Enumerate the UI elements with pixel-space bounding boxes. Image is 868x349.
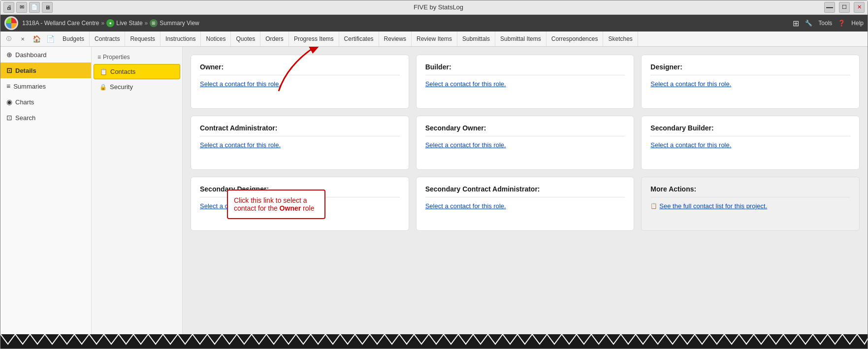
sub-sidebar-title: Properties [103, 54, 130, 61]
role-card-title-designer: Designer: [650, 63, 850, 75]
minimize-button[interactable]: — [824, 2, 835, 13]
role-card-title-secondary-owner: Secondary Owner: [425, 124, 625, 136]
live-state-icon: ● [106, 19, 114, 27]
tab-sketches[interactable]: Sketches [603, 32, 638, 46]
sub-sidebar-icon-security: 🔒 [99, 84, 107, 91]
role-link-contract-admin[interactable]: Select a contact for this role. [200, 141, 281, 149]
sidebar-label-dashboard: Dashboard [15, 51, 47, 59]
role-link-secondary-owner[interactable]: Select a contact for this role. [425, 141, 506, 149]
role-card-secondary-owner: Secondary Owner:Select a contact for thi… [416, 116, 635, 170]
sub-sidebar: ≡ Properties 📋Contacts🔒Security [92, 47, 183, 334]
close-button[interactable]: ✕ [854, 2, 865, 13]
print-icon[interactable]: 🖨 [3, 2, 14, 13]
maximize-button[interactable]: ☐ [839, 2, 850, 13]
role-link-designer[interactable]: Select a contact for this role. [650, 80, 731, 88]
sub-sidebar-label-contacts: Contacts [110, 68, 135, 75]
close-x-icon[interactable]: ✕ [16, 32, 29, 45]
sub-sidebar-item-contacts[interactable]: 📋Contacts [94, 64, 180, 79]
role-card-contract-admin: Contract Administrator:Select a contact … [191, 116, 409, 170]
role-card-builder: Builder:Select a contact for this role. [416, 55, 635, 109]
properties-list-icon: ≡ [97, 54, 101, 61]
role-link-secondary-contract-admin[interactable]: Select a contact for this role. [425, 202, 506, 210]
sub-sidebar-header: ≡ Properties [92, 51, 182, 63]
tab-orders[interactable]: Orders [260, 32, 289, 46]
sidebar-label-details: Details [15, 67, 36, 74]
sidebar: ⊕Dashboard⊡Details≡Summaries◉Charts⊡Sear… [0, 47, 92, 334]
sidebar-item-search[interactable]: ⊡Search [0, 110, 91, 126]
sidebar-icon-charts: ◉ [6, 98, 12, 106]
pdf-icon[interactable]: 📄 [29, 2, 40, 13]
help-icon: ❓ [838, 20, 845, 27]
sidebar-icon-details: ⊡ [6, 66, 12, 74]
role-card-secondary-builder: Secondary Builder:Select a contact for t… [641, 116, 860, 170]
sub-sidebar-item-security[interactable]: 🔒Security [94, 80, 180, 94]
email-icon[interactable]: ✉ [16, 2, 27, 13]
help-label[interactable]: Help [851, 20, 864, 27]
sidebar-label-charts: Charts [15, 98, 34, 106]
tab-correspondences[interactable]: Correspondences [547, 32, 604, 46]
breadcrumb: 1318A - Welland Care Centre » ● Live Sta… [22, 19, 199, 27]
sub-sidebar-label-security: Security [110, 83, 133, 91]
sub-sidebar-icon-contacts: 📋 [100, 68, 107, 75]
tools-icon: 🔧 [805, 20, 812, 27]
role-card-title-secondary-contract-admin: Secondary Contract Administrator: [425, 185, 625, 197]
tab-progress-items[interactable]: Progress Items [289, 32, 339, 46]
tab-contracts[interactable]: Contracts [90, 32, 125, 46]
content-area: Click this link to select a contact for … [183, 47, 868, 334]
apps-grid-icon[interactable]: ⊞ [793, 19, 799, 28]
project-name: 1318A - Welland Care Centre [22, 20, 99, 27]
tab-submittals[interactable]: Submittals [457, 32, 495, 46]
callout-box: Click this link to select a contact for … [227, 190, 325, 219]
app-logo [4, 16, 18, 30]
tab-certificates[interactable]: Certificates [339, 32, 379, 46]
tab-budgets[interactable]: Budgets [58, 32, 90, 46]
role-card-title-secondary-builder: Secondary Builder: [650, 124, 850, 136]
role-card-title-more-actions: More Actions: [650, 185, 850, 197]
tab-quotes[interactable]: Quotes [231, 32, 260, 46]
sidebar-icon-dashboard: ⊕ [6, 51, 12, 59]
sidebar-label-summaries: Summaries [13, 83, 46, 90]
tab-review-items[interactable]: Review Items [412, 32, 457, 46]
more-actions-link-container: 📋See the full contact list for this proj… [650, 202, 850, 210]
callout-owner-word: Owner [280, 204, 301, 212]
role-card-more-actions: More Actions:📋See the full contact list … [641, 177, 860, 231]
home-icon[interactable]: 🏠 [30, 32, 43, 45]
live-state-label[interactable]: Live State [116, 20, 142, 27]
tab-instructions[interactable]: Instructions [161, 32, 201, 46]
summary-view-icon: ⊞ [150, 19, 158, 27]
page-icon[interactable]: 📄 [44, 32, 57, 45]
window-top-icons: 🖨 ✉ 📄 🖥 [3, 2, 53, 13]
app-bar: 1318A - Welland Care Centre » ● Live Sta… [0, 15, 868, 32]
role-link-owner[interactable]: Select a contact for this role. [200, 80, 281, 88]
tab-submittal-items[interactable]: Submittal Items [495, 32, 547, 46]
app-bar-right: ⊞ 🔧 Tools ❓ Help [793, 19, 864, 28]
role-card-secondary-contract-admin: Secondary Contract Administrator:Select … [416, 177, 635, 231]
sidebar-item-charts[interactable]: ◉Charts [0, 94, 91, 110]
sidebar-icon-summaries: ≡ [6, 82, 10, 90]
screen-icon[interactable]: 🖥 [42, 2, 53, 13]
tab-notices[interactable]: Notices [201, 32, 231, 46]
sidebar-label-search: Search [15, 114, 35, 122]
callout-text-after: role [301, 204, 314, 212]
sidebar-icon-search: ⊡ [6, 114, 12, 122]
main-layout: ⊕Dashboard⊡Details≡Summaries◉Charts⊡Sear… [0, 47, 868, 334]
nav-bar: ⓘ ✕ 🏠 📄 BudgetsContractsRequestsInstruct… [0, 32, 868, 47]
role-card-designer: Designer:Select a contact for this role. [641, 55, 860, 109]
sidebar-item-details[interactable]: ⊡Details [0, 63, 91, 78]
full-contact-list-link[interactable]: See the full contact list for this proje… [659, 202, 767, 210]
summary-view-label[interactable]: Summary View [160, 20, 199, 27]
sidebar-item-dashboard[interactable]: ⊕Dashboard [0, 47, 91, 63]
tab-requests[interactable]: Requests [125, 32, 161, 46]
tools-label[interactable]: Tools [818, 20, 832, 27]
window-title: FIVE by StatsLog [55, 3, 822, 11]
callout-arrow-svg [274, 47, 338, 96]
zigzag-bar [0, 334, 868, 349]
close-tab-icon[interactable]: ⓘ [2, 32, 15, 45]
contact-list-icon: 📋 [650, 203, 657, 209]
sep-1: » [101, 20, 105, 27]
sidebar-item-summaries[interactable]: ≡Summaries [0, 78, 91, 94]
window-top-bar: 🖨 ✉ 📄 🖥 FIVE by StatsLog — ☐ ✕ [0, 0, 868, 15]
role-link-secondary-builder[interactable]: Select a contact for this role. [650, 141, 731, 149]
tab-reviews[interactable]: Reviews [379, 32, 412, 46]
role-link-builder[interactable]: Select a contact for this role. [425, 80, 506, 88]
